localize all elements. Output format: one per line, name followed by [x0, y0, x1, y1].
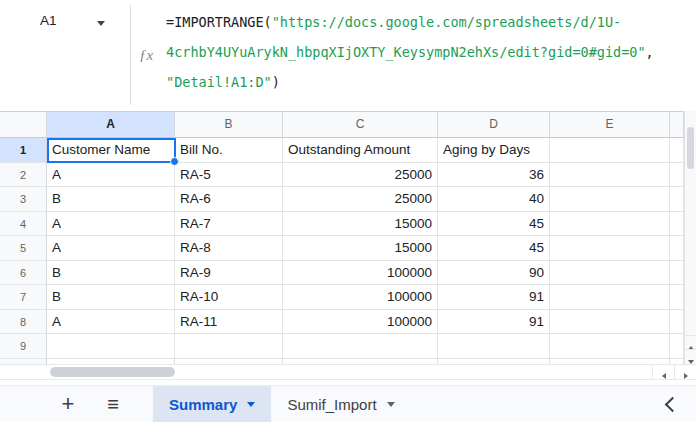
row-header-8[interactable]: 8 — [0, 310, 47, 335]
cell-D9[interactable] — [438, 334, 550, 359]
cell-C3[interactable]: 25000 — [283, 187, 438, 212]
google-sheets-window: A1 ƒx =IMPORTRANGE("https://docs.google.… — [0, 0, 696, 422]
cell-B9[interactable] — [175, 334, 283, 359]
sheet-tab-summary[interactable]: Summary — [153, 386, 271, 422]
column-header-B[interactable]: B — [175, 112, 283, 138]
column-header-D[interactable]: D — [438, 112, 550, 138]
cell-partial-row1[interactable] — [670, 138, 684, 163]
cell-E6[interactable] — [550, 261, 670, 286]
row-header-7[interactable]: 7 — [0, 285, 47, 310]
cell-A3[interactable]: B — [47, 187, 175, 212]
cell-C7[interactable]: 100000 — [283, 285, 438, 310]
formula-segment-plain: =IMPORTRANGE( — [166, 14, 272, 30]
cell-A5[interactable]: A — [47, 236, 175, 261]
cell-E3[interactable] — [550, 187, 670, 212]
cell-D6[interactable]: 90 — [438, 261, 550, 286]
add-sheet-button[interactable]: + — [56, 393, 80, 415]
fill-handle[interactable] — [170, 157, 179, 166]
formula-segment-plain: ) — [272, 74, 280, 90]
cell-C8[interactable]: 100000 — [283, 310, 438, 335]
cell-partial-row3[interactable] — [670, 187, 684, 212]
cell-E7[interactable] — [550, 285, 670, 310]
row-header-5[interactable]: 5 — [0, 236, 47, 261]
sheet-tab-dropdown-icon[interactable] — [387, 402, 395, 407]
cell-C6[interactable]: 100000 — [283, 261, 438, 286]
cell-D1[interactable]: Aging by Days — [438, 138, 550, 163]
scroll-up-button[interactable] — [685, 335, 696, 350]
row-header-4[interactable]: 4 — [0, 212, 47, 237]
cell-C4[interactable]: 15000 — [283, 212, 438, 237]
cell-partial-row4[interactable] — [670, 212, 684, 237]
row-header-1[interactable]: 1 — [0, 138, 47, 163]
cell-D4[interactable]: 45 — [438, 212, 550, 237]
cell-D2[interactable]: 36 — [438, 163, 550, 188]
cell-B1[interactable]: Bill No. — [175, 138, 283, 163]
sheet-tab-sumif_import[interactable]: Sumif_Import — [271, 386, 410, 422]
cell-A7[interactable]: B — [47, 285, 175, 310]
cell-C9[interactable] — [283, 334, 438, 359]
cell-D8[interactable]: 91 — [438, 310, 550, 335]
column-header-partial[interactable] — [670, 112, 684, 138]
cell-C5[interactable]: 15000 — [283, 236, 438, 261]
cell-E9[interactable] — [550, 334, 670, 359]
column-header-C[interactable]: C — [283, 112, 438, 138]
fx-icon: ƒx — [139, 47, 153, 64]
formula-line: "Detail!A1:D") — [166, 67, 690, 97]
row-header-9[interactable]: 9 — [0, 334, 47, 359]
grid-row-3: 3BRA-62500040 — [0, 187, 684, 212]
cell-D5[interactable]: 45 — [438, 236, 550, 261]
cell-A4[interactable]: A — [47, 212, 175, 237]
formula-segment-string: "https://docs.google.com/spreadsheets/d/… — [272, 14, 622, 30]
formula-segment-plain: , — [646, 44, 654, 60]
cell-A2[interactable]: A — [47, 163, 175, 188]
collapse-panel-chevron-left-icon[interactable] — [665, 397, 681, 413]
cell-E1[interactable] — [550, 138, 670, 163]
cell-B5[interactable]: RA-8 — [175, 236, 283, 261]
cell-partial-row6[interactable] — [670, 261, 684, 286]
cell-E5[interactable] — [550, 236, 670, 261]
cell-A6[interactable]: B — [47, 261, 175, 286]
cell-partial-row9[interactable] — [670, 334, 684, 359]
cell-B7[interactable]: RA-10 — [175, 285, 283, 310]
scroll-down-button[interactable] — [685, 349, 696, 364]
cell-E2[interactable] — [550, 163, 670, 188]
cell-D3[interactable]: 40 — [438, 187, 550, 212]
cell-B8[interactable]: RA-11 — [175, 310, 283, 335]
row-header-3[interactable]: 3 — [0, 187, 47, 212]
cell-E4[interactable] — [550, 212, 670, 237]
cell-B3[interactable]: RA-6 — [175, 187, 283, 212]
select-all-corner[interactable] — [0, 112, 47, 138]
cell-partial-row7[interactable] — [670, 285, 684, 310]
name-box[interactable]: A1 — [0, 0, 130, 40]
vertical-scrollbar[interactable] — [684, 111, 696, 364]
grid-row-8: 8ARA-1110000091 — [0, 310, 684, 335]
cell-A1[interactable]: Customer Name — [47, 138, 175, 163]
horizontal-scrollbar[interactable] — [0, 364, 696, 380]
triangle-right-icon — [684, 373, 688, 379]
cell-partial-row8[interactable] — [670, 310, 684, 335]
row-header-2[interactable]: 2 — [0, 163, 47, 188]
sheet-tab-label: Summary — [169, 396, 237, 413]
cell-B4[interactable]: RA-7 — [175, 212, 283, 237]
column-header-A[interactable]: A — [47, 112, 175, 138]
scroll-right-button[interactable] — [674, 365, 696, 379]
cell-C1[interactable]: Outstanding Amount — [283, 138, 438, 163]
sheet-tab-bar: + ≡ SummarySumif_Import — [0, 385, 696, 422]
vertical-scrollbar-thumb[interactable] — [687, 127, 694, 169]
sheet-tab-dropdown-icon[interactable] — [247, 402, 255, 407]
cell-B6[interactable]: RA-9 — [175, 261, 283, 286]
cell-B2[interactable]: RA-5 — [175, 163, 283, 188]
cell-partial-row5[interactable] — [670, 236, 684, 261]
scroll-left-button[interactable] — [652, 365, 674, 379]
all-sheets-button[interactable]: ≡ — [101, 394, 125, 414]
cell-partial-row2[interactable] — [670, 163, 684, 188]
column-header-E[interactable]: E — [550, 112, 670, 138]
formula-input[interactable]: =IMPORTRANGE("https://docs.google.com/sp… — [166, 7, 690, 97]
cell-C2[interactable]: 25000 — [283, 163, 438, 188]
cell-D7[interactable]: 91 — [438, 285, 550, 310]
cell-A8[interactable]: A — [47, 310, 175, 335]
cell-E8[interactable] — [550, 310, 670, 335]
horizontal-scrollbar-thumb[interactable] — [50, 367, 175, 377]
row-header-6[interactable]: 6 — [0, 261, 47, 286]
cell-A9[interactable] — [47, 334, 175, 359]
